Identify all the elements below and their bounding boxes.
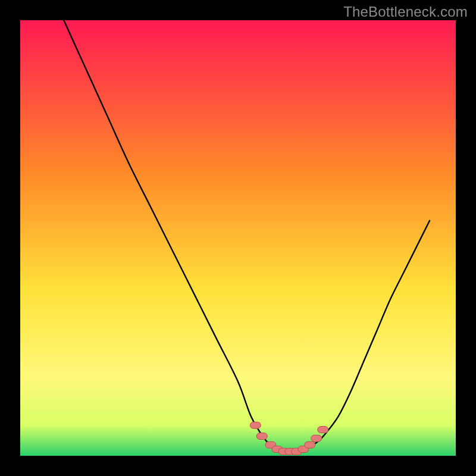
bottleneck-chart xyxy=(0,0,476,476)
curve-marker xyxy=(311,435,322,441)
curve-marker xyxy=(305,441,315,448)
watermark-label: TheBottleneck.com xyxy=(343,4,468,20)
curve-marker xyxy=(256,433,267,440)
curve-marker xyxy=(318,427,328,433)
chart-stage: TheBottleneck.com xyxy=(0,0,476,476)
chart-gradient-panel xyxy=(20,20,456,456)
curve-marker xyxy=(250,422,261,428)
